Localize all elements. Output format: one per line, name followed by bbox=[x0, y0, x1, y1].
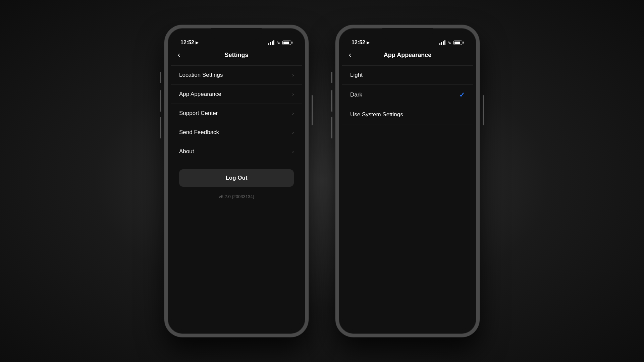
phone-settings: 12:52 ▶ ∿ bbox=[164, 25, 309, 337]
dark-checkmark-icon: ✓ bbox=[459, 91, 465, 99]
app-appearance-chevron: › bbox=[292, 92, 294, 97]
volume-down-button-2 bbox=[331, 117, 332, 138]
dark-label: Dark bbox=[350, 92, 362, 98]
support-center-chevron: › bbox=[292, 111, 294, 116]
battery-icon-1 bbox=[282, 41, 292, 45]
nav-bar-settings: ‹ Settings bbox=[171, 49, 302, 63]
light-label: Light bbox=[350, 72, 363, 78]
signal-bars-1 bbox=[268, 40, 274, 45]
logout-section: Log Out bbox=[171, 161, 302, 191]
location-settings-chevron: › bbox=[292, 72, 294, 78]
location-settings-label: Location Settings bbox=[179, 72, 223, 78]
status-time-1: 12:52 ▶ bbox=[180, 40, 198, 46]
back-chevron-icon-2: ‹ bbox=[349, 51, 351, 59]
power-button bbox=[312, 95, 313, 125]
about-label: About bbox=[179, 148, 194, 155]
appearance-content: Light Dark ✓ Use System Settings bbox=[342, 63, 473, 330]
wifi-icon-2: ∿ bbox=[447, 40, 451, 45]
back-chevron-icon: ‹ bbox=[178, 51, 180, 59]
system-settings-label: Use System Settings bbox=[350, 111, 403, 118]
location-settings-item[interactable]: Location Settings › bbox=[171, 65, 302, 85]
status-icons-1: ∿ bbox=[268, 40, 292, 45]
mute-button bbox=[160, 72, 161, 83]
support-center-item[interactable]: Support Center › bbox=[171, 104, 302, 123]
send-feedback-label: Send Feedback bbox=[179, 129, 219, 136]
status-bar-2: 12:52 ▶ ∿ bbox=[342, 32, 473, 49]
app-appearance-item[interactable]: App Appearance › bbox=[171, 85, 302, 104]
wifi-icon-1: ∿ bbox=[276, 40, 280, 45]
battery-icon-2 bbox=[453, 41, 464, 45]
settings-title: Settings bbox=[224, 52, 248, 59]
phone-screen-settings: 12:52 ▶ ∿ bbox=[171, 32, 302, 330]
about-chevron: › bbox=[292, 149, 294, 154]
version-text: v6.2.0 (20033134) bbox=[171, 191, 302, 202]
volume-up-button-2 bbox=[331, 90, 332, 112]
mute-button-2 bbox=[331, 72, 332, 83]
app-appearance-label: App Appearance bbox=[179, 91, 221, 98]
dark-option[interactable]: Dark ✓ bbox=[342, 85, 473, 105]
back-button-appearance[interactable]: ‹ bbox=[349, 52, 351, 59]
location-arrow-icon: ▶ bbox=[196, 41, 198, 45]
location-arrow-icon-2: ▶ bbox=[367, 41, 369, 45]
about-item[interactable]: About › bbox=[171, 142, 302, 161]
light-option[interactable]: Light bbox=[342, 65, 473, 85]
nav-bar-appearance: ‹ App Appearance bbox=[342, 49, 473, 63]
support-center-label: Support Center bbox=[179, 110, 218, 117]
system-settings-option[interactable]: Use System Settings bbox=[342, 105, 473, 124]
volume-down-button bbox=[160, 117, 161, 138]
volume-up-button bbox=[160, 90, 161, 112]
send-feedback-chevron: › bbox=[292, 130, 294, 135]
phone-screen-appearance: 12:52 ▶ ∿ bbox=[342, 32, 473, 330]
phone-frame-settings: 12:52 ▶ ∿ bbox=[164, 25, 309, 337]
send-feedback-item[interactable]: Send Feedback › bbox=[171, 123, 302, 142]
status-icons-2: ∿ bbox=[439, 40, 464, 45]
appearance-title: App Appearance bbox=[384, 52, 431, 59]
logout-button[interactable]: Log Out bbox=[179, 169, 294, 187]
phone-appearance: 12:52 ▶ ∿ bbox=[335, 25, 480, 337]
status-bar-1: 12:52 ▶ ∿ bbox=[171, 32, 302, 49]
back-button-settings[interactable]: ‹ bbox=[178, 52, 180, 59]
phone-frame-appearance: 12:52 ▶ ∿ bbox=[335, 25, 480, 337]
status-time-2: 12:52 ▶ bbox=[352, 40, 369, 46]
signal-bars-2 bbox=[439, 40, 445, 45]
power-button-2 bbox=[483, 95, 484, 125]
settings-content: Location Settings › App Appearance › Sup… bbox=[171, 63, 302, 330]
